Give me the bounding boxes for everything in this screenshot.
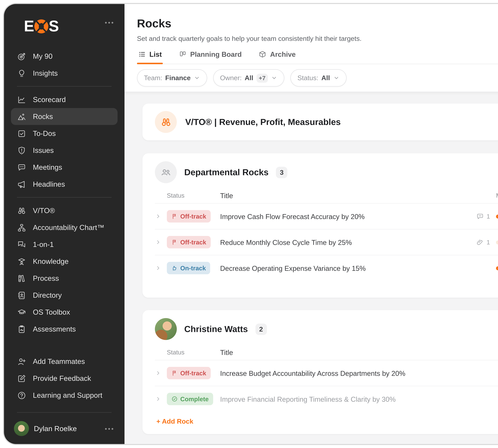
app-window: ES ••• My 90InsightsScorecardRocksTo-Dos… bbox=[3, 3, 498, 445]
filter-toolbar: Team: Finance Owner: All +7 Status: All … bbox=[125, 64, 498, 92]
sidebar-item-process[interactable]: Process bbox=[11, 270, 117, 287]
comment-icon bbox=[476, 212, 484, 220]
sidebar-item-provide-feedback[interactable]: Provide Feedback bbox=[11, 370, 117, 387]
main-area: Rocks Set and track quarterly goals to h… bbox=[125, 4, 498, 444]
user-menu-ellipsis[interactable]: ••• bbox=[105, 425, 115, 432]
archive-icon bbox=[259, 50, 267, 58]
rock-title: Decrease Operating Expense Variance by 1… bbox=[213, 264, 476, 272]
clipboard-pulse-icon bbox=[17, 324, 26, 334]
rock-title: Reduce Monthly Close Cycle Time by 25% bbox=[213, 238, 476, 246]
page-title: Rocks bbox=[137, 17, 362, 30]
chevron-right-icon[interactable] bbox=[155, 396, 161, 402]
two-chats-icon bbox=[17, 240, 26, 249]
chevron-right-icon[interactable] bbox=[155, 239, 161, 245]
list-icon bbox=[138, 50, 146, 58]
column-progress: Milestone progress bbox=[496, 192, 498, 199]
rock-row[interactable]: Complete Improve Financial Reporting Tim… bbox=[155, 386, 498, 412]
column-status: Status bbox=[167, 192, 213, 199]
rock-row[interactable]: On-track Decrease Operating Expense Vari… bbox=[155, 255, 498, 281]
status-icon bbox=[171, 239, 178, 245]
chevron-right-icon[interactable] bbox=[155, 265, 161, 271]
rock-row[interactable]: Off-track Improve Cash Flow Forecast Acc… bbox=[155, 203, 498, 229]
help-circle-icon bbox=[17, 391, 26, 400]
group-icon bbox=[155, 161, 177, 183]
sidebar-item-v-to[interactable]: V/TO® bbox=[11, 202, 117, 219]
status-icon bbox=[171, 396, 178, 402]
table-header: Status Title Milestone progress Owner Du… bbox=[155, 188, 498, 203]
page-header: Rocks Set and track quarterly goals to h… bbox=[125, 4, 498, 64]
rock-row[interactable]: Off-track Reduce Monthly Close Cycle Tim… bbox=[155, 229, 498, 255]
chart-line-icon bbox=[17, 95, 26, 104]
sidebar-item-headlines[interactable]: Headlines bbox=[11, 176, 117, 193]
sidebar-item-knowledge[interactable]: Knowledge bbox=[11, 253, 117, 270]
rock-title: Increase Budget Accountability Across De… bbox=[213, 369, 498, 377]
divider bbox=[17, 197, 112, 198]
sidebar: ES ••• My 90InsightsScorecardRocksTo-Dos… bbox=[4, 4, 125, 444]
shield-alert-icon bbox=[17, 146, 26, 155]
owner-filter[interactable]: Owner: All +7 bbox=[213, 69, 284, 87]
sidebar-item-scorecard[interactable]: Scorecard bbox=[11, 91, 117, 108]
binoculars-icon bbox=[155, 111, 177, 133]
status-badge: On-track bbox=[167, 262, 210, 274]
tab-planning-board[interactable]: Planning Board bbox=[178, 50, 243, 64]
chevron-down-icon bbox=[333, 75, 339, 81]
row-meta[interactable]: 1 bbox=[476, 212, 496, 220]
sidebar-item-insights[interactable]: Insights bbox=[11, 65, 117, 82]
sidebar-item-learning-and-support[interactable]: Learning and Support bbox=[11, 387, 117, 404]
section-title: Departmental Rocks bbox=[184, 167, 268, 177]
team-filter[interactable]: Team: Finance bbox=[137, 69, 207, 87]
progress-bar bbox=[496, 240, 498, 244]
page: ES ••• My 90InsightsScorecardRocksTo-Dos… bbox=[0, 0, 498, 448]
divider bbox=[17, 86, 112, 87]
sidebar-item-1-on-1[interactable]: 1-on-1 bbox=[11, 236, 117, 253]
owner-extra-badge: +7 bbox=[256, 73, 268, 82]
row-meta[interactable]: 1 bbox=[476, 238, 496, 246]
rock-title: Improve Financial Reporting Timeliness &… bbox=[213, 395, 498, 403]
person-plus-icon bbox=[17, 357, 26, 366]
sidebar-item-accountability-chart[interactable]: Accountability Chart™ bbox=[11, 219, 117, 236]
tab-archive[interactable]: Archive bbox=[258, 50, 297, 64]
sidebar-nav: My 90InsightsScorecardRocksTo-DosIssuesM… bbox=[11, 48, 117, 404]
column-status: Status bbox=[167, 349, 213, 356]
sidebar-item-os-toolbox[interactable]: OS Toolbox bbox=[11, 304, 117, 320]
eos-logo-o-icon bbox=[34, 19, 48, 33]
grad-person-icon bbox=[17, 257, 26, 266]
sidebar-item-to-dos[interactable]: To-Dos bbox=[11, 125, 117, 142]
chevron-down-icon bbox=[194, 75, 200, 81]
divider bbox=[17, 412, 112, 413]
tab-list[interactable]: List bbox=[137, 50, 163, 64]
user-name: Dylan Roelke bbox=[34, 425, 100, 432]
sidebar-item-directory[interactable]: Directory bbox=[11, 287, 117, 304]
mountain-icon bbox=[17, 112, 26, 121]
sidebar-collapse-ellipsis[interactable]: ••• bbox=[105, 19, 115, 26]
sidebar-item-meetings[interactable]: Meetings bbox=[11, 159, 117, 176]
add-rock-link[interactable]: + Add Rock bbox=[156, 418, 193, 425]
chevron-right-icon[interactable] bbox=[155, 213, 161, 220]
status-icon bbox=[171, 213, 178, 220]
status-icon bbox=[171, 265, 178, 271]
status-badge: Complete bbox=[167, 393, 213, 405]
vto-bar[interactable]: V/TO® | Revenue, Profit, Measurables bbox=[142, 104, 498, 140]
sidebar-item-assessments[interactable]: Assessments bbox=[11, 320, 117, 337]
sidebar-item-issues[interactable]: Issues bbox=[11, 142, 117, 159]
status-badge: Off-track bbox=[167, 236, 211, 248]
section-title: Christine Watts bbox=[184, 324, 248, 334]
sidebar-item-add-teammates[interactable]: Add Teammates bbox=[11, 353, 117, 370]
megaphone-icon bbox=[17, 179, 26, 189]
progress-bar bbox=[496, 214, 498, 218]
view-tabs: ListPlanning BoardArchive bbox=[137, 50, 498, 64]
chevron-right-icon[interactable] bbox=[155, 370, 161, 376]
lightbulb-icon bbox=[17, 68, 26, 78]
target-icon bbox=[17, 52, 26, 61]
sidebar-item-my-90[interactable]: My 90 bbox=[11, 48, 117, 65]
grad-cap-icon bbox=[17, 307, 26, 317]
status-filter[interactable]: Status: All bbox=[290, 69, 346, 87]
org-chart-icon bbox=[17, 223, 26, 232]
rock-section: Christine Watts 2 Status Title Milestone… bbox=[142, 310, 498, 434]
sidebar-item-rocks[interactable]: Rocks bbox=[11, 108, 117, 125]
rock-title: Improve Cash Flow Forecast Accuracy by 2… bbox=[213, 212, 476, 220]
rock-row[interactable]: Off-track Increase Budget Accountability… bbox=[155, 360, 498, 386]
user-profile[interactable]: Dylan Roelke ••• bbox=[11, 417, 117, 436]
status-icon bbox=[171, 370, 178, 376]
checkbox-icon bbox=[17, 129, 26, 138]
